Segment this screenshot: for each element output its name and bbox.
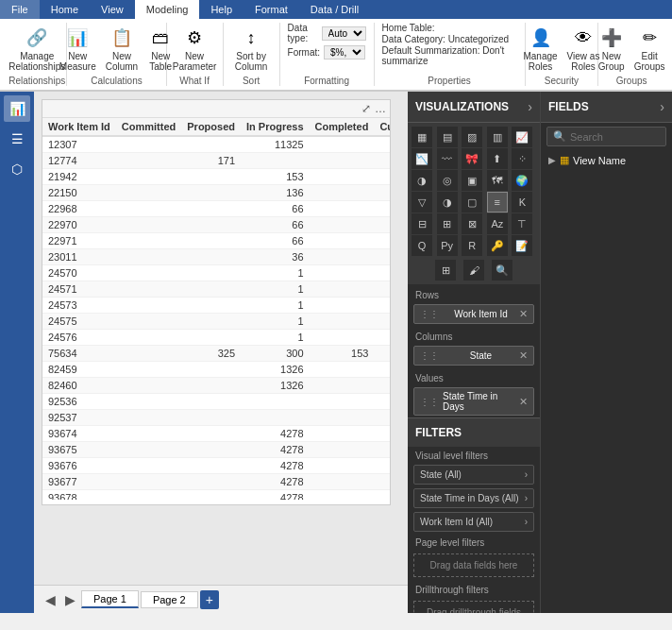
new-group-button[interactable]: ➕ NewGroup [595, 23, 629, 74]
table-cell [241, 394, 310, 410]
viz-clustered-col[interactable]: ▥ [487, 127, 508, 147]
viz-slicer[interactable]: ⊟ [412, 213, 432, 234]
manage-roles-icon: 👤 [528, 25, 554, 51]
viz-key-influencers[interactable]: 🔑 [487, 235, 508, 256]
viz-area[interactable]: 📉 [412, 148, 432, 169]
viz-qna[interactable]: Q [412, 235, 432, 256]
viz-scatter[interactable]: ⁘ [512, 148, 532, 169]
viz-stacked-col[interactable]: ▨ [462, 127, 482, 147]
home-table-text: Home Table: [382, 23, 517, 33]
table-row: 936784278 [42, 490, 390, 501]
fields-panel-expand-icon[interactable]: › [660, 99, 664, 114]
row-field-remove-icon[interactable]: ✕ [519, 308, 528, 320]
viz-treemap[interactable]: ▣ [462, 170, 482, 191]
manage-roles-button[interactable]: 👤 ManageRoles [519, 23, 561, 74]
data-type-label: Data type: [288, 23, 318, 43]
viz-fields-icon[interactable]: ⊞ [435, 260, 456, 281]
viz-smart-narr[interactable]: 📝 [512, 235, 532, 256]
col-field-remove-icon[interactable]: ✕ [519, 349, 528, 362]
viz-kpi[interactable]: K [512, 192, 532, 213]
data-view-icon[interactable]: ☰ [4, 126, 30, 152]
value-field-chip[interactable]: ⋮⋮ State Time in Days ✕ [413, 387, 534, 416]
viz-r[interactable]: R [462, 235, 482, 256]
table-cell [116, 185, 181, 201]
table-cell: 24576 [42, 330, 116, 346]
viz-donut[interactable]: ◎ [437, 170, 458, 191]
new-measure-button[interactable]: 📊 NewMeasure [56, 23, 100, 74]
viz-map[interactable]: 🗺 [487, 170, 508, 191]
whatif-group-label: What If [179, 76, 210, 86]
filter-chip-work-item-id[interactable]: Work Item Id (All) › [413, 512, 534, 532]
page-tab-2[interactable]: Page 2 [141, 591, 198, 608]
viz-decomp-tree[interactable]: ⊤ [512, 213, 532, 234]
viz-line-cluster[interactable]: 〰 [437, 148, 458, 169]
tab-help[interactable]: Help [199, 0, 244, 19]
tab-file[interactable]: File [0, 0, 40, 19]
tab-view[interactable]: View [90, 0, 135, 19]
expand-icon[interactable]: ⤢ [361, 102, 371, 115]
viz-stacked-bar[interactable]: ▦ [412, 127, 432, 147]
page-nav-next[interactable]: ▶ [61, 592, 79, 607]
edit-groups-button[interactable]: ✏ EditGroups [630, 23, 669, 74]
ribbon-group-calculations: 📊 NewMeasure 📋 NewColumn 🗃 NewTable Calc… [67, 23, 166, 86]
viz-table[interactable]: ⊞ [437, 213, 458, 234]
filter-state-time-expand-icon[interactable]: › [525, 493, 528, 503]
viz-card[interactable]: ▢ [462, 192, 482, 213]
table-cell [310, 281, 375, 298]
tab-home[interactable]: Home [40, 0, 90, 19]
table-cell [116, 298, 181, 314]
viz-py[interactable]: Py [437, 235, 458, 256]
viz-matrix[interactable]: ⊠ [462, 213, 482, 234]
data-type-select[interactable]: Auto [322, 26, 366, 41]
table-cell [310, 410, 375, 426]
add-page-button[interactable]: + [200, 590, 219, 609]
viz-pie[interactable]: ◑ [412, 170, 432, 191]
viz-multirow-card[interactable]: ≡ [487, 192, 508, 213]
row-field-chip[interactable]: ⋮⋮ Work Item Id ✕ [413, 304, 534, 324]
viz-az-map[interactable]: Az [487, 213, 508, 234]
fields-search-input[interactable] [570, 131, 660, 143]
fields-tree-item-view-name[interactable]: ▶ ▦ View Name [541, 150, 672, 170]
table-cell: 24575 [42, 314, 116, 330]
fields-search-box[interactable]: 🔍 [546, 127, 666, 146]
table-row: 21942153 [42, 169, 390, 185]
ribbon-group-sort: ↕ Sort byColumn Sort [224, 23, 280, 86]
sort-by-column-button[interactable]: ↕ Sort byColumn [231, 23, 271, 74]
viz-waterfall[interactable]: ⬆ [487, 148, 508, 169]
filter-work-item-expand-icon[interactable]: › [525, 517, 528, 527]
filter-work-item-label: Work Item Id (All) [420, 517, 493, 527]
filter-chip-state[interactable]: State (All) › [413, 465, 534, 485]
val-field-label: State Time in Days [443, 391, 519, 412]
viz-funnel[interactable]: ▽ [412, 192, 432, 213]
viz-clustered-bar[interactable]: ▤ [437, 127, 458, 147]
table-cell: 1 [241, 298, 310, 314]
format-select[interactable]: $%, [324, 45, 365, 60]
table-cell [374, 490, 390, 501]
filter-chip-state-time[interactable]: State Time in Days (All) › [413, 488, 534, 508]
tab-data-drill[interactable]: Data / Drill [299, 0, 370, 19]
table-cell [374, 378, 390, 394]
viz-ribbon[interactable]: 🎀 [462, 148, 482, 169]
tab-format[interactable]: Format [244, 0, 299, 19]
report-view-icon[interactable]: 📊 [4, 95, 30, 122]
table-cell: 153 [241, 169, 310, 185]
page-nav-prev[interactable]: ◀ [42, 592, 59, 607]
viz-format-icon[interactable]: 🖌 [463, 260, 484, 281]
row-field-label: Work Item Id [454, 309, 508, 319]
new-parameter-button[interactable]: ⚙ NewParameter [169, 23, 221, 74]
viz-line[interactable]: 📈 [512, 127, 532, 147]
filter-state-expand-icon[interactable]: › [525, 469, 528, 480]
viz-panel-expand-icon[interactable]: › [528, 99, 532, 114]
new-column-button[interactable]: 📋 NewColumn [102, 23, 142, 74]
viz-gauge[interactable]: ◑ [437, 192, 458, 213]
viz-filled-map[interactable]: 🌍 [512, 170, 532, 191]
more-options-icon[interactable]: … [375, 102, 386, 115]
model-view-icon[interactable]: ⬡ [4, 156, 30, 182]
viz-analytics-icon[interactable]: 🔍 [492, 260, 512, 281]
tab-modeling[interactable]: Modeling [135, 0, 200, 19]
table-cell [181, 394, 241, 410]
page-tab-1[interactable]: Page 1 [81, 590, 139, 608]
column-field-chip[interactable]: ⋮⋮ State ✕ [413, 346, 534, 366]
val-field-remove-icon[interactable]: ✕ [519, 396, 528, 408]
table-cell [181, 426, 241, 442]
